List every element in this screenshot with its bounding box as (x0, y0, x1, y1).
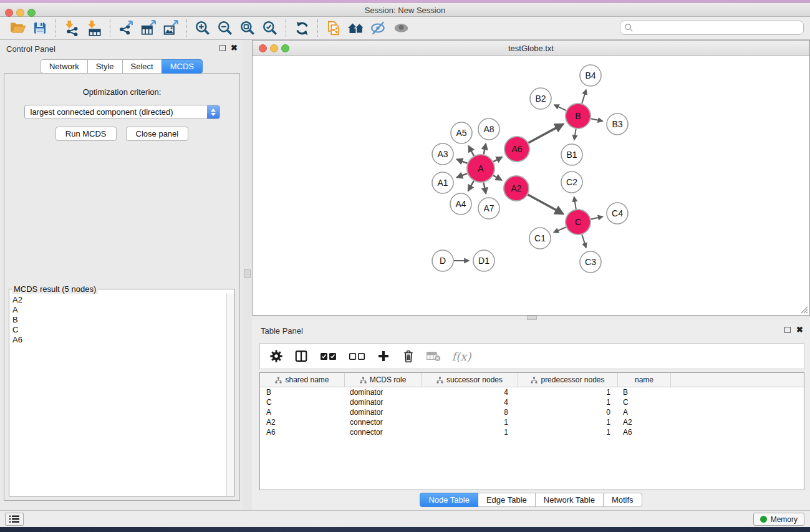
zoom-out-button[interactable] (214, 17, 236, 39)
graph-node-a6[interactable]: A6 (504, 137, 529, 162)
column-header-predecessor-nodes[interactable]: predecessor nodes (518, 373, 618, 387)
tab-edge-table[interactable]: Edge Table (478, 493, 536, 507)
search-input[interactable] (620, 21, 804, 35)
table-settings-button[interactable] (269, 347, 284, 365)
graph-node-c2[interactable]: C2 (561, 172, 582, 193)
result-item-a[interactable]: A (12, 305, 231, 315)
column-header-name[interactable]: name (618, 373, 671, 387)
tab-node-table[interactable]: Node Table (420, 493, 478, 507)
graph-node-a3[interactable]: A3 (432, 143, 453, 165)
tab-mcds[interactable]: MCDS (162, 59, 203, 74)
graph-edge-A2-C[interactable] (528, 195, 563, 214)
graph-node-b1[interactable]: B1 (561, 144, 582, 165)
result-item-b[interactable]: B (12, 315, 231, 325)
graph-edge-A6-B[interactable] (528, 124, 563, 143)
float-panel-icon[interactable] (219, 45, 226, 51)
table-cell[interactable]: 0 (518, 407, 618, 417)
export-table-button[interactable] (137, 17, 160, 39)
table-cell[interactable]: A6 (260, 427, 345, 437)
table-cell[interactable]: A2 (260, 417, 345, 427)
table-cell[interactable]: dominator (345, 397, 422, 407)
split-handle[interactable] (527, 316, 537, 320)
column-header-shared-name[interactable]: shared name (260, 373, 345, 387)
show-selected-button[interactable] (390, 17, 412, 39)
table-cell[interactable]: A6 (618, 427, 671, 437)
tab-style[interactable]: Style (87, 59, 123, 74)
show-all-networks-button[interactable] (345, 17, 367, 39)
export-network-button[interactable] (115, 17, 137, 39)
graph-node-a1[interactable]: A1 (432, 172, 453, 193)
table-cell[interactable]: 1 (518, 397, 618, 407)
graph-edge-C-C1[interactable] (554, 227, 566, 232)
delete-table-button[interactable] (426, 347, 441, 365)
table-cell[interactable]: B (260, 387, 345, 397)
table-cell[interactable]: 1 (422, 417, 518, 427)
graph-edge-B-B3[interactable] (591, 118, 603, 121)
zoom-fit-button[interactable] (236, 17, 259, 39)
resize-grip-icon[interactable] (800, 306, 808, 314)
tab-select[interactable]: Select (122, 59, 162, 74)
split-handle[interactable] (244, 269, 251, 278)
tab-network[interactable]: Network (41, 59, 88, 74)
graph-edge-B-B2[interactable] (554, 105, 566, 110)
task-history-button[interactable] (5, 513, 24, 526)
import-table-button[interactable] (83, 17, 105, 39)
table-row[interactable]: A6connector11A6 (260, 427, 804, 437)
column-header-successor-nodes[interactable]: successor nodes (422, 373, 518, 387)
graph-edge-A-A1[interactable] (456, 173, 467, 177)
table-cell[interactable]: 4 (422, 397, 518, 407)
graph-edge-C-C4[interactable] (591, 216, 602, 219)
vertical-split-divider[interactable] (243, 40, 252, 510)
graph-node-d[interactable]: D (432, 250, 453, 271)
graph-edge-B-B4[interactable] (582, 90, 586, 104)
horizontal-split-divider[interactable] (252, 316, 810, 320)
function-builder-button[interactable]: f(x) (451, 347, 472, 365)
graph-node-b2[interactable]: B2 (530, 88, 551, 109)
float-panel-icon[interactable] (784, 327, 791, 333)
graph-node-a7[interactable]: A7 (478, 198, 499, 219)
show-columns-button[interactable] (294, 347, 309, 365)
graph-edge-A-A2[interactable] (493, 175, 501, 180)
save-session-button[interactable] (29, 17, 51, 39)
table-cell[interactable]: 1 (518, 387, 618, 397)
graph-edge-C-C3[interactable] (582, 235, 586, 248)
graph-edge-C-C2[interactable] (574, 197, 576, 210)
graph-node-a[interactable]: A (467, 155, 494, 182)
graph-node-a5[interactable]: A5 (451, 122, 472, 143)
table-cell[interactable]: C (618, 397, 671, 407)
table-cell[interactable]: 4 (422, 387, 518, 397)
graph-node-c4[interactable]: C4 (607, 203, 628, 224)
run-mcds-button[interactable]: Run MCDS (55, 127, 117, 141)
deselect-all-button[interactable] (347, 347, 366, 365)
graph-node-a8[interactable]: A8 (478, 118, 499, 140)
close-panel-icon[interactable]: ✖ (231, 43, 238, 53)
table-cell[interactable]: dominator (345, 407, 422, 417)
table-cell[interactable]: dominator (345, 387, 422, 397)
table-row[interactable]: Bdominator41B (260, 387, 804, 397)
result-item-a6[interactable]: A6 (12, 335, 231, 345)
table-cell[interactable]: 1 (518, 417, 618, 427)
graph-edge-A-A3[interactable] (456, 159, 467, 163)
graph-node-c1[interactable]: C1 (529, 228, 551, 249)
memory-button[interactable]: Memory (753, 513, 804, 526)
hide-selected-button[interactable] (367, 17, 390, 39)
result-scrollbar[interactable] (226, 294, 234, 496)
table-cell[interactable]: 1 (518, 427, 618, 437)
table-cell[interactable]: B (618, 387, 671, 397)
graph-edge-A-A4[interactable] (468, 181, 474, 191)
table-row[interactable]: A2connector11A2 (260, 417, 804, 427)
select-all-button[interactable] (319, 347, 337, 365)
table-cell[interactable]: connector (345, 417, 422, 427)
graph-edge-A-A5[interactable] (468, 146, 474, 156)
graph-edge-A-A6[interactable] (493, 157, 502, 162)
table-row[interactable]: Cdominator41C (260, 397, 804, 407)
add-column-button[interactable] (376, 347, 391, 365)
graph-edge-B-B1[interactable] (574, 129, 576, 140)
table-cell[interactable]: A2 (618, 417, 671, 427)
table-cell[interactable]: A (618, 407, 671, 417)
table-cell[interactable]: connector (345, 427, 422, 437)
export-image-button[interactable] (160, 17, 182, 39)
graph-node-b4[interactable]: B4 (580, 65, 601, 86)
result-item-c[interactable]: C (12, 325, 231, 335)
graph-node-c3[interactable]: C3 (580, 251, 601, 273)
